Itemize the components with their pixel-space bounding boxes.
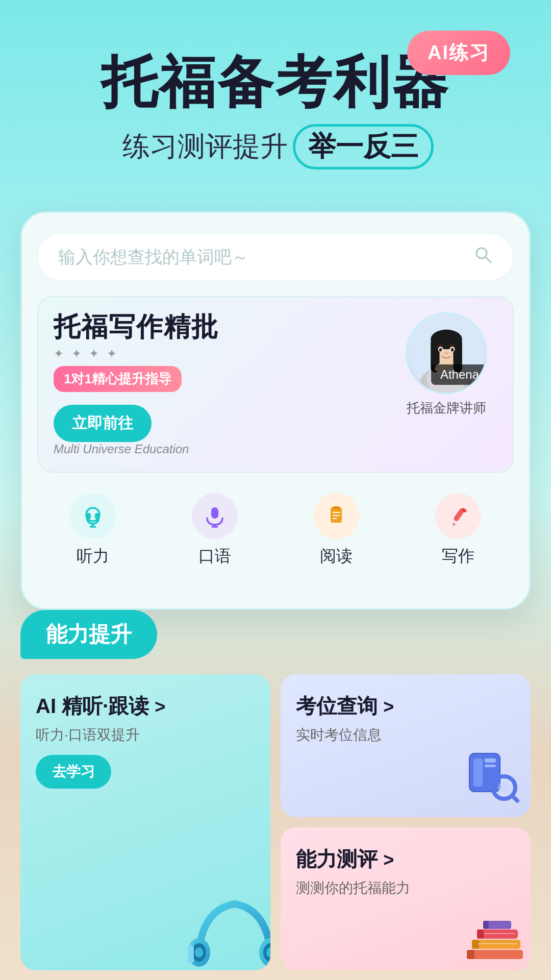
writing-icon (435, 493, 481, 539)
icon-grid: 听力 口语 (37, 493, 514, 568)
svg-rect-41 (473, 758, 483, 787)
cards-grid: AI 精听·跟读 > 听力·口语双提升 去学习 (20, 674, 531, 970)
svg-rect-43 (485, 765, 496, 767)
ai-listening-subtitle: 听力·口语双提升 (36, 725, 255, 745)
svg-rect-42 (485, 758, 496, 763)
svg-rect-50 (472, 940, 479, 949)
ai-badge[interactable]: AI练习 (407, 31, 510, 75)
banner-right: Athena 托福金牌讲师 (395, 312, 497, 456)
listening-icon (70, 493, 116, 539)
writing-label: 写作 (442, 545, 474, 568)
listening-label: 听力 (77, 545, 109, 568)
headphone-illustration (184, 894, 270, 970)
section-badge: 能力提升 (20, 610, 157, 659)
svg-rect-25 (333, 506, 340, 509)
ai-listening-title: AI 精听·跟读 > (36, 692, 255, 720)
svg-rect-38 (188, 945, 194, 963)
icon-item-listening[interactable]: 听力 (37, 493, 149, 568)
search-bar[interactable]: 输入你想查找的单词吧～ (37, 233, 514, 281)
teacher-label: 托福金牌讲师 (407, 399, 486, 417)
banner-subtitle-tag: 1对1精心提升指导 (54, 366, 182, 392)
svg-rect-52 (477, 929, 484, 939)
subtitle-left: 练习测评提升 (122, 128, 288, 165)
svg-point-14 (445, 352, 448, 354)
books-illustration (462, 906, 523, 963)
icon-item-speaking[interactable]: 口语 (159, 493, 271, 568)
banner-card: 托福写作精批 ✦ ✦ ✦ ✦ 1对1精心提升指导 立即前往 Multi Univ… (37, 296, 514, 473)
svg-point-12 (439, 348, 442, 352)
svg-marker-30 (453, 523, 456, 526)
svg-point-13 (451, 348, 454, 352)
banner-stars: ✦ ✦ ✦ ✦ (54, 347, 395, 361)
svg-line-45 (512, 796, 517, 801)
banner-company: Multi Universe Education (54, 442, 395, 456)
exam-search-title: 考位查询 > (296, 692, 515, 720)
go-button[interactable]: 立即前往 (54, 405, 152, 442)
svg-line-1 (485, 257, 491, 262)
speaking-icon (192, 493, 238, 539)
bottom-section: 能力提升 AI 精听·跟读 > 听力·口语双提升 去学习 (0, 610, 551, 980)
subtitle-row: 练习测评提升 举一反三 (31, 128, 520, 165)
ability-test-subtitle: 测测你的托福能力 (296, 878, 515, 898)
svg-rect-47 (467, 950, 523, 959)
ability-test-card[interactable]: 能力测评 > 测测你的托福能力 (281, 827, 531, 970)
exam-search-subtitle: 实时考位信息 (296, 725, 515, 745)
ai-listening-card[interactable]: AI 精听·跟读 > 听力·口语双提升 去学习 (20, 674, 270, 970)
svg-rect-48 (467, 950, 474, 959)
exam-search-illustration (459, 746, 520, 807)
highlight-oval (293, 124, 434, 169)
ability-test-title: 能力测评 > (296, 845, 515, 873)
learn-button[interactable]: 去学习 (36, 755, 111, 789)
search-placeholder: 输入你想查找的单词吧～ (58, 246, 249, 269)
reading-label: 阅读 (320, 545, 353, 568)
teacher-name-badge: Athena (431, 364, 487, 385)
search-icon[interactable] (473, 245, 493, 269)
reading-icon (313, 493, 359, 539)
svg-rect-21 (211, 507, 218, 519)
svg-rect-54 (483, 921, 489, 929)
ai-listening-arrow: > (155, 696, 165, 717)
phone-mockup: 输入你想查找的单词吧～ 托福写作精批 ✦ ✦ ✦ ✦ 1对1精心提升指导 立即前… (20, 211, 531, 610)
top-section: AI练习 托福备考利器 练习测评提升 举一反三 (0, 0, 551, 211)
svg-point-34 (195, 947, 203, 958)
exam-search-card[interactable]: 考位查询 > 实时考位信息 (281, 674, 531, 817)
teacher-avatar: Athena (406, 312, 487, 394)
banner-title: 托福写作精批 (54, 312, 395, 341)
icon-item-reading[interactable]: 阅读 (281, 493, 392, 568)
highlight-box: 举一反三 (298, 128, 429, 165)
speaking-label: 口语 (198, 545, 231, 568)
icon-item-writing[interactable]: 写作 (403, 493, 514, 568)
banner-left: 托福写作精批 ✦ ✦ ✦ ✦ 1对1精心提升指导 立即前往 Multi Univ… (54, 312, 395, 456)
svg-point-46 (498, 781, 510, 794)
